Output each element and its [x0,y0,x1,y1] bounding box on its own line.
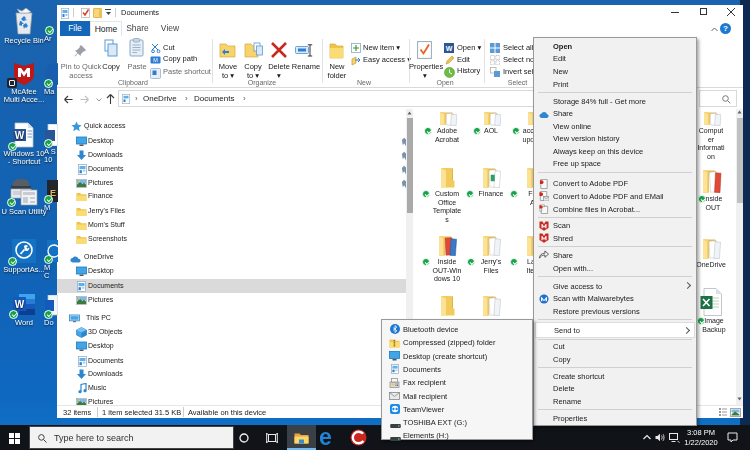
svg-text:W: W [15,130,25,141]
svg-text:M: M [153,57,158,63]
svg-text:W: W [446,45,453,52]
svg-text:W: W [15,299,25,310]
